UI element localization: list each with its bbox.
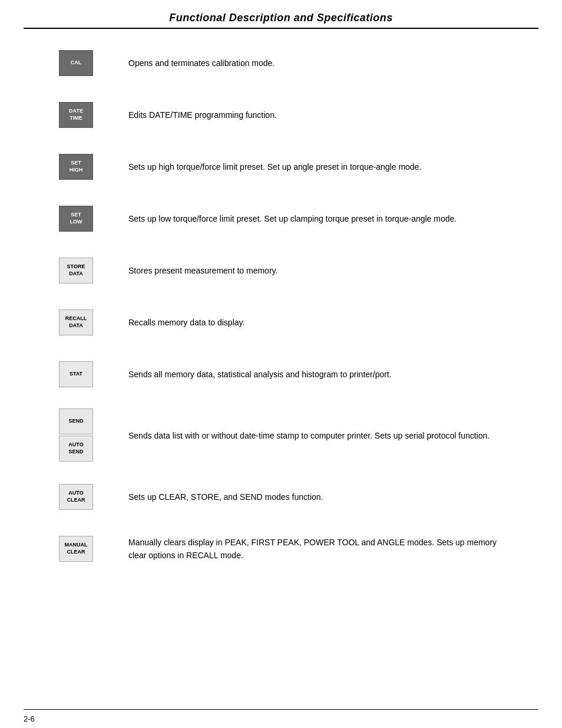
btn-set-high-label: SET [71,160,81,167]
desc-set-high: Sets up high torque/force limit preset. … [128,160,503,173]
desc-date-time: Edits DATE/TIME programming function. [128,108,503,121]
btn-recall-data[interactable]: RECALL DATA [59,309,93,335]
btn-stat[interactable]: STAT [59,361,93,387]
btn-store-data[interactable]: STORE DATA [59,258,93,284]
desc-send-auto-send: Sends data list with or without date-tim… [128,429,503,442]
desc-recall-data: Recalls memory data to display. [128,316,503,329]
btn-auto-send-label: AUTO [68,442,83,449]
page-number: 2-6 [24,714,35,723]
btn-auto-send-label2: SEND [68,449,83,456]
btn-manual-clear-label: MANUAL [65,542,88,549]
page-container: Functional Description and Specification… [0,0,562,728]
btn-auto-clear-label: AUTO [68,490,83,497]
button-row-manual-clear: MANUAL CLEAR Manually clears display in … [59,531,503,566]
btn-recall-data-label2: DATA [69,322,83,330]
button-row-stat: STAT Sends all memory data, statistical … [59,357,503,392]
footer-section: 2-6 [24,710,538,728]
btn-set-high-label2: HIGH [70,167,83,174]
desc-manual-clear: Manually clears display in PEAK, FIRST P… [128,536,503,562]
btn-stat-label: STAT [70,371,82,378]
button-row-recall-data: RECALL DATA Recalls memory data to displ… [59,305,503,340]
button-row-send-auto-send: SEND AUTO SEND Sends data list with or w… [59,409,503,463]
page-title: Functional Description and Specification… [24,12,538,24]
btn-date-time[interactable]: DATE TIME [59,102,93,128]
btn-date-time-label: DATE [69,108,83,115]
desc-cal: Opens and terminates calibration mode. [128,57,503,70]
btn-auto-clear[interactable]: AUTO CLEAR [59,484,93,510]
button-row-cal: CAL Opens and terminates calibration mod… [59,45,503,81]
btn-recall-data-label: RECALL [65,315,87,322]
btn-store-data-label: STORE [67,263,85,271]
desc-store-data: Stores present measurement to memory. [128,264,503,277]
btn-cal[interactable]: CAL [59,50,93,76]
button-row-set-low: SET LOW Sets up low torque/force limit p… [59,201,503,236]
btn-set-low[interactable]: SET LOW [59,206,93,232]
btn-cal-label: CAL [71,60,82,67]
btn-set-low-label: SET [71,212,81,219]
btn-send[interactable]: SEND [59,409,93,434]
btn-date-time-label2: TIME [70,115,82,122]
desc-auto-clear: Sets up CLEAR, STORE, and SEND modes fun… [128,490,503,503]
button-row-set-high: SET HIGH Sets up high torque/force limit… [59,149,503,185]
btn-manual-clear[interactable]: MANUAL CLEAR [59,536,93,562]
button-row-store-data: STORE DATA Stores present measurement to… [59,253,503,288]
header-section: Functional Description and Specification… [24,0,538,34]
btn-store-data-label2: DATA [69,271,83,278]
btn-group-send: SEND AUTO SEND [59,409,93,463]
button-row-auto-clear: AUTO CLEAR Sets up CLEAR, STORE, and SEN… [59,479,503,515]
desc-set-low: Sets up low torque/force limit preset. S… [128,212,503,225]
btn-manual-clear-label2: CLEAR [67,549,85,556]
btn-set-low-label2: LOW [70,219,82,226]
btn-send-label: SEND [68,418,83,425]
btn-set-high[interactable]: SET HIGH [59,154,93,180]
btn-auto-clear-label2: CLEAR [67,497,85,504]
btn-auto-send[interactable]: AUTO SEND [59,436,93,462]
header-line [24,28,538,29]
content-area: CAL Opens and terminates calibration mod… [24,34,538,652]
desc-stat: Sends all memory data, statistical analy… [128,368,503,381]
button-row-date-time: DATE TIME Edits DATE/TIME programming fu… [59,97,503,133]
